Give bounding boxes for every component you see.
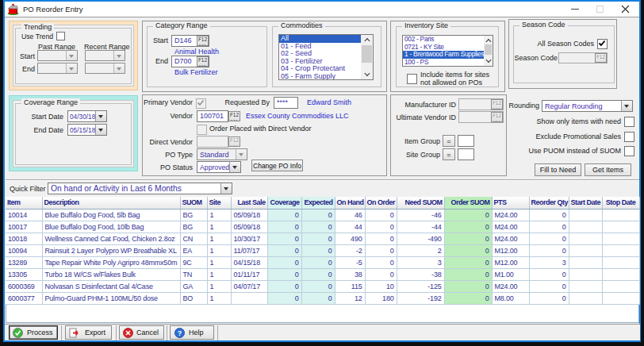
svg-text:?: ? <box>178 329 182 337</box>
